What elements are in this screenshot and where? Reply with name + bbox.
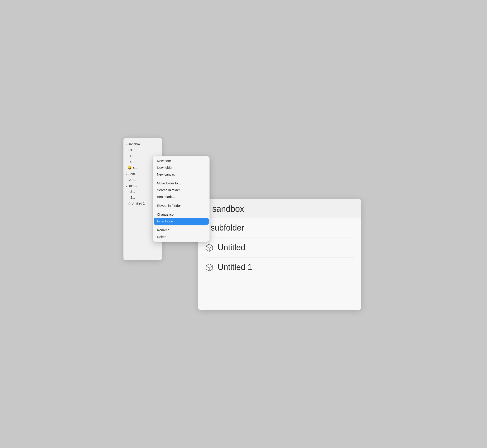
main-card: ❯ sandbox › subfolder Untitled [198,199,361,310]
menu-item-search-folder[interactable]: Search in folder [153,187,209,193]
svg-marker-1 [206,244,213,248]
menu-item-new-canvas[interactable]: New canvas [153,171,209,178]
sidebar-label: U... [130,160,135,164]
sidebar-label: Untitled 1 [131,202,145,205]
sidebar-label: S... [130,190,135,193]
sidebar-label: U... [130,154,135,158]
sidebar-row-sandbox[interactable]: ∨ sandbox [124,141,162,147]
menu-item-bookmark[interactable]: Bookmark… [153,193,209,200]
sidebar-label: Spri... [128,178,136,182]
chevron-icon: › [128,149,129,151]
menu-item-new-folder[interactable]: New folder [153,164,209,171]
menu-divider [153,179,209,179]
chevron-icon: ∨ [126,173,127,175]
card-title: sandbox [212,204,244,214]
menu-item-move-folder[interactable]: Move folder to… [153,180,209,187]
sidebar-row-s[interactable]: › s... [124,147,162,153]
svg-marker-4 [206,264,213,268]
chevron-icon: ∨ [126,143,127,145]
card-row-untitled1[interactable]: Untitled 1 [205,257,355,277]
sidebar-label: Som... [128,172,138,176]
menu-item-delete[interactable]: Delete [153,233,209,240]
chevron-icon: ∨ [126,185,127,187]
sidebar-label: S... [130,196,135,199]
sidebar-label: Tem... [128,184,137,188]
menu-divider [153,210,209,210]
sidebar-label: sandbox [128,142,140,146]
canvas-icon: ⬡ [128,202,131,205]
emoji-icon: 😀 [128,166,132,170]
menu-item-reveal-finder[interactable]: Reveal in Finder [153,202,209,209]
menu-divider [153,201,209,201]
menu-item-change-icon[interactable]: Change icon [153,211,209,218]
card-row-label: subfolder [211,223,244,232]
menu-item-inherit-icon[interactable]: Inherit icon [154,218,209,225]
card-row-label: Untitled 1 [218,263,252,272]
chevron-icon: › [126,179,126,181]
menu-item-rename[interactable]: Rename… [153,227,209,233]
card-row-untitled[interactable]: Untitled [205,238,355,257]
card-header: ❯ sandbox [198,199,361,218]
cube-icon [205,243,214,252]
card-row-label: Untitled [218,243,245,252]
sidebar-label: s... [130,148,134,152]
chevron-icon: › [126,167,126,169]
card-row-subfolder[interactable]: › subfolder [205,218,355,238]
context-menu: New note New folder New canvas Move fold… [153,156,209,242]
chevron-icon: › [128,191,129,193]
card-body: › subfolder Untitled Untitled 1 [198,218,361,277]
menu-item-new-note[interactable]: New note [153,158,209,164]
cube-icon [205,263,214,272]
sidebar-label: S... [133,166,138,170]
